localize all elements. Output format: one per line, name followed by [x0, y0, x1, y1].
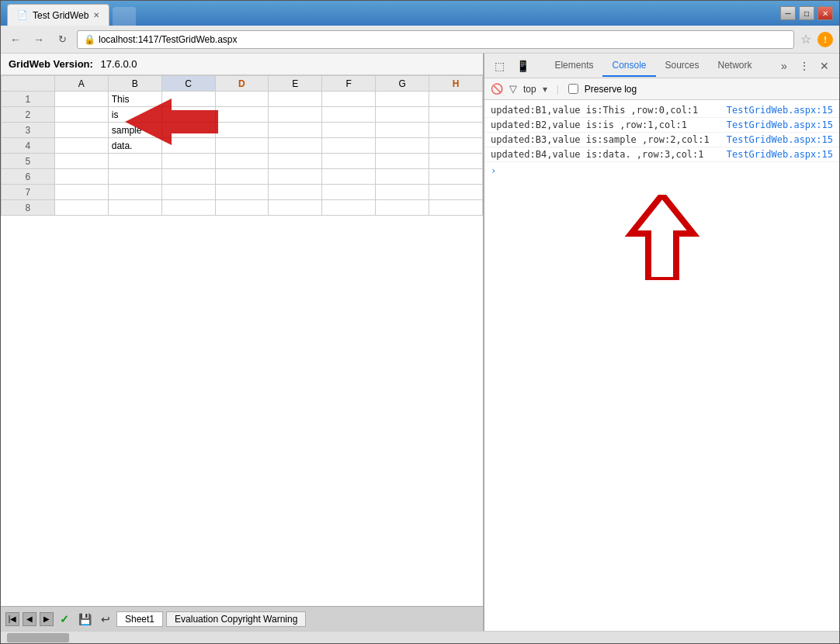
tab-sources[interactable]: Sources [656, 55, 709, 77]
cell-d1[interactable] [215, 92, 269, 107]
cell-g4[interactable] [376, 138, 429, 154]
cell-c3[interactable] [161, 123, 215, 138]
forward-button[interactable]: → [30, 31, 47, 48]
cell-f7[interactable] [322, 185, 376, 200]
cell-a4[interactable] [54, 138, 108, 154]
cell-e8[interactable] [269, 200, 322, 216]
cell-c5[interactable] [161, 154, 215, 169]
cell-e4[interactable] [269, 138, 322, 154]
console-source-3[interactable]: TestGridWeb.aspx:15 [727, 134, 833, 145]
cell-f3[interactable] [322, 123, 376, 138]
cell-h7[interactable] [429, 185, 483, 200]
cell-e7[interactable] [269, 185, 322, 200]
cell-b1[interactable]: This [108, 92, 161, 107]
cell-d4[interactable] [215, 138, 269, 154]
top-dropdown[interactable]: ▾ [543, 84, 547, 95]
cell-d6[interactable] [215, 169, 269, 185]
cell-a7[interactable] [54, 185, 108, 200]
cell-g2[interactable] [376, 107, 429, 123]
cell-e2[interactable] [269, 107, 322, 123]
tab-close-button[interactable]: ✕ [93, 11, 99, 19]
url-input[interactable]: 🔒 localhost:1417/TestGridWeb.aspx [77, 30, 794, 49]
cell-c6[interactable] [161, 169, 215, 185]
cell-g1[interactable] [376, 92, 429, 107]
cell-a1[interactable] [54, 92, 108, 107]
spreadsheet-grid[interactable]: A B C D E F G H 1 [1, 75, 483, 216]
tab-network[interactable]: Network [709, 55, 762, 77]
preserve-log-checkbox[interactable] [568, 84, 578, 94]
cell-e3[interactable] [269, 123, 322, 138]
console-source-2[interactable]: TestGridWeb.aspx:15 [727, 119, 833, 130]
cell-f2[interactable] [322, 107, 376, 123]
cell-h8[interactable] [429, 200, 483, 216]
cell-f6[interactable] [322, 169, 376, 185]
close-button[interactable]: ✕ [817, 6, 833, 20]
sheet-nav-next[interactable]: ▶ [40, 612, 54, 626]
scroll-thumb[interactable] [7, 633, 69, 642]
cell-f8[interactable] [322, 200, 376, 216]
cell-b6[interactable] [108, 169, 161, 185]
cell-h1[interactable] [429, 92, 483, 107]
cell-e6[interactable] [269, 169, 322, 185]
maximize-button[interactable]: □ [799, 6, 814, 20]
cell-a5[interactable] [54, 154, 108, 169]
cell-h2[interactable] [429, 107, 483, 123]
cell-h3[interactable] [429, 123, 483, 138]
cell-b3[interactable]: sample [108, 123, 161, 138]
cell-a2[interactable] [54, 107, 108, 123]
cell-a6[interactable] [54, 169, 108, 185]
sheet-nav-first[interactable]: |◀ [5, 612, 19, 626]
cell-c8[interactable] [161, 200, 215, 216]
clear-console-icon[interactable]: 🚫 [491, 83, 503, 95]
cell-g6[interactable] [376, 169, 429, 185]
cell-e5[interactable] [269, 154, 322, 169]
cell-d7[interactable] [215, 185, 269, 200]
save-icon[interactable]: 💾 [78, 613, 92, 625]
cell-b5[interactable] [108, 154, 161, 169]
console-source-4[interactable]: TestGridWeb.aspx:15 [727, 149, 833, 160]
grid-container[interactable]: A B C D E F G H 1 [1, 75, 483, 606]
console-source-1[interactable]: TestGridWeb.aspx:15 [727, 105, 833, 116]
cell-f1[interactable] [322, 92, 376, 107]
cell-h5[interactable] [429, 154, 483, 169]
cell-c4[interactable] [161, 138, 215, 154]
cell-b7[interactable] [108, 185, 161, 200]
minimize-button[interactable]: ─ [780, 6, 796, 20]
cell-a8[interactable] [54, 200, 108, 216]
cell-g3[interactable] [376, 123, 429, 138]
cell-c1[interactable] [161, 92, 215, 107]
cell-h6[interactable] [429, 169, 483, 185]
bottom-scrollbar[interactable] [1, 631, 839, 643]
cell-f4[interactable] [322, 138, 376, 154]
tab-elements[interactable]: Elements [545, 55, 602, 77]
extension-icon[interactable]: ! [817, 32, 833, 47]
devtools-close-icon[interactable]: ✕ [816, 57, 833, 74]
sheet-tab-sheet1[interactable]: Sheet1 [116, 611, 163, 627]
refresh-button[interactable]: ↻ [54, 31, 71, 48]
devtools-settings-icon[interactable]: ⋮ [796, 57, 813, 74]
device-icon[interactable]: 📱 [514, 57, 531, 74]
cell-g8[interactable] [376, 200, 429, 216]
cell-e1[interactable] [269, 92, 322, 107]
cell-b8[interactable] [108, 200, 161, 216]
cell-g5[interactable] [376, 154, 429, 169]
more-tabs-icon[interactable]: » [776, 57, 793, 74]
cell-d5[interactable] [215, 154, 269, 169]
tab-console[interactable]: Console [602, 55, 655, 77]
cell-g7[interactable] [376, 185, 429, 200]
browser-tab[interactable]: 📄 Test GridWeb ✕ [7, 4, 109, 26]
inspect-icon[interactable]: ⬚ [491, 57, 508, 74]
cell-c7[interactable] [161, 185, 215, 200]
cell-d8[interactable] [215, 200, 269, 216]
check-icon[interactable]: ✓ [60, 613, 69, 625]
cell-h4[interactable] [429, 138, 483, 154]
cell-b4[interactable]: data. [108, 138, 161, 154]
sheet-tab-warning[interactable]: Evaluation Copyright Warning [166, 611, 306, 627]
cell-d2[interactable] [215, 107, 269, 123]
cell-b2[interactable]: is [108, 107, 161, 123]
cell-a3[interactable] [54, 123, 108, 138]
bookmark-icon[interactable]: ☆ [800, 32, 811, 47]
cell-d3[interactable] [215, 123, 269, 138]
back-button[interactable]: ← [7, 31, 24, 48]
cell-f5[interactable] [322, 154, 376, 169]
